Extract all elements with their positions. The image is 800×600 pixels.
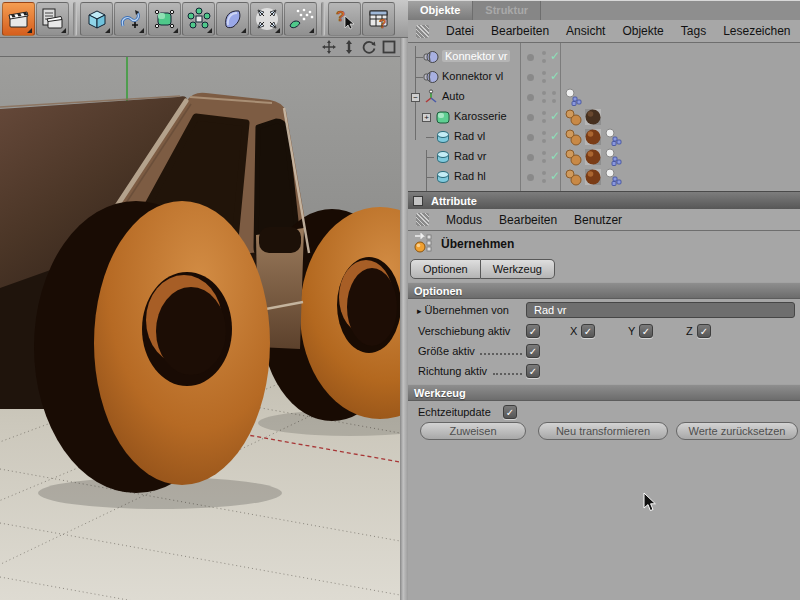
z-checkbox[interactable]: ✓ [697, 324, 711, 338]
table-row[interactable]: Rad vl ✓ [408, 127, 800, 147]
enabled-dot[interactable] [552, 99, 556, 103]
y-checkbox[interactable]: ✓ [639, 324, 653, 338]
phong-tag[interactable] [564, 148, 582, 166]
menu-grip-icon[interactable] [416, 25, 429, 38]
table-row[interactable]: Konnektor vl ✓ [408, 67, 800, 87]
add-primitive-cube-icon[interactable] [80, 2, 113, 36]
maximize-icon[interactable] [382, 40, 396, 54]
enabled-check-icon[interactable]: ✓ [550, 109, 560, 123]
enabled-check-icon[interactable]: ✓ [550, 169, 560, 183]
xpresso-tag[interactable] [564, 88, 582, 106]
section-header-optionen[interactable]: Optionen [408, 282, 800, 299]
axis-x-label: X [570, 325, 577, 337]
menu-modus[interactable]: Modus [446, 213, 482, 227]
uebernehmen-tool-icon [414, 233, 434, 255]
main-toolbar: ? ? [0, 0, 408, 38]
uebernehmen-von-field[interactable]: Rad vr [526, 302, 795, 318]
menu-tags[interactable]: Tags [681, 24, 706, 38]
groesse-row: Größe aktiv ✓ [408, 342, 800, 362]
menu-bearbeiten[interactable]: Bearbeiten [499, 213, 557, 227]
zuweisen-button[interactable]: Zuweisen [420, 422, 526, 440]
add-particles-icon[interactable] [284, 2, 317, 36]
enabled-check-icon[interactable]: ✓ [550, 69, 560, 83]
object-label: Rad vl [454, 130, 485, 142]
table-row[interactable]: Rad vr ✓ [408, 147, 800, 167]
zoom-icon[interactable] [342, 40, 356, 54]
xpresso-tag[interactable] [604, 148, 622, 166]
axis-y-label: Y [628, 325, 635, 337]
right-panel: Objekte Struktur Datei Bearbeiten Ansich… [408, 0, 800, 600]
null-object-icon [423, 89, 439, 105]
table-row[interactable]: Rad hl ✓ [408, 167, 800, 187]
x-checkbox[interactable]: ✓ [581, 324, 595, 338]
material-tag-brown[interactable] [584, 168, 602, 186]
echtzeitupdate-checkbox[interactable]: ✓ [503, 405, 517, 419]
render-visibility-dot[interactable] [542, 59, 546, 63]
menu-datei[interactable]: Datei [446, 24, 474, 38]
neu-transformieren-button[interactable]: Neu transformieren [538, 422, 668, 440]
tab-werkzeug[interactable]: Werkzeug [481, 259, 555, 279]
svg-text:?: ? [336, 7, 345, 24]
rotate-icon[interactable] [362, 40, 376, 54]
expand-box[interactable]: + [422, 113, 431, 122]
viewport-3d[interactable] [0, 57, 400, 600]
tab-optionen[interactable]: Optionen [410, 259, 481, 279]
attribute-title-bar[interactable]: Attribute [408, 191, 800, 209]
add-spline-icon[interactable] [114, 2, 147, 36]
uebernehmen-von-row: ▸ Übernehmen von Rad vr [408, 301, 800, 321]
table-row[interactable]: − Auto [408, 87, 800, 107]
toolbar-separator [321, 2, 325, 36]
groesse-checkbox[interactable]: ✓ [526, 344, 540, 358]
layer-dot[interactable] [527, 54, 534, 61]
manager-tabbar: Objekte Struktur [408, 0, 800, 20]
menu-benutzer[interactable]: Benutzer [574, 213, 622, 227]
enabled-check-icon[interactable]: ✓ [550, 149, 560, 163]
tab-objekte[interactable]: Objekte [408, 1, 473, 20]
richtung-label: Richtung aktiv [418, 365, 487, 377]
table-row[interactable]: + Karosserie ✓ [408, 107, 800, 127]
section-header-werkzeug[interactable]: Werkzeug [408, 384, 800, 401]
render-view-icon[interactable] [2, 2, 35, 36]
material-tag-brown[interactable] [584, 128, 602, 146]
add-environment-icon[interactable] [250, 2, 283, 36]
add-modeling-object-icon[interactable] [182, 2, 215, 36]
menu-grip-icon[interactable] [416, 213, 429, 226]
menu-ansicht[interactable]: Ansicht [566, 24, 605, 38]
panel-divider[interactable] [400, 38, 408, 600]
table-row[interactable]: Konnektor vr ✓ [408, 47, 800, 67]
editor-visibility-dot[interactable] [542, 51, 546, 55]
collapse-box[interactable]: − [411, 93, 420, 102]
enabled-dot[interactable] [552, 91, 556, 95]
cylinder-icon [435, 149, 451, 165]
panel-title: Attribute [431, 195, 477, 207]
render-settings-icon[interactable] [36, 2, 69, 36]
dotted-leader [480, 353, 522, 355]
context-help-icon[interactable]: ? [328, 2, 361, 36]
werte-zuruecksetzen-button[interactable]: Werte zurücksetzen [676, 422, 798, 440]
menu-objekte[interactable]: Objekte [622, 24, 663, 38]
panel-icon [413, 196, 423, 206]
menu-bearbeiten[interactable]: Bearbeiten [491, 24, 549, 38]
phong-tag[interactable] [564, 168, 582, 186]
xpresso-tag[interactable] [604, 128, 622, 146]
groesse-label: Größe aktiv [418, 345, 475, 357]
add-nurbs-icon[interactable] [148, 2, 181, 36]
enabled-check-icon[interactable]: ✓ [550, 49, 560, 63]
object-label: Auto [442, 90, 465, 102]
enabled-check-icon[interactable]: ✓ [550, 129, 560, 143]
command-manager-icon[interactable]: ? [362, 2, 395, 36]
tab-struktur[interactable]: Struktur [473, 1, 541, 20]
menu-lesezeichen[interactable]: Lesezeichen [723, 24, 790, 38]
add-deformer-icon[interactable] [216, 2, 249, 36]
pan-icon[interactable] [322, 40, 336, 54]
material-tag-brown[interactable] [584, 148, 602, 166]
active-tool-row: Übernehmen [408, 231, 800, 257]
phong-tag[interactable] [564, 108, 582, 126]
richtung-checkbox[interactable]: ✓ [526, 364, 540, 378]
viewport-header [0, 38, 408, 57]
xpresso-tag[interactable] [604, 168, 622, 186]
material-tag-dark[interactable] [584, 108, 602, 126]
verschiebung-checkbox[interactable]: ✓ [526, 324, 540, 338]
phong-tag[interactable] [564, 128, 582, 146]
disclosure-triangle-icon[interactable]: ▸ [417, 306, 422, 316]
